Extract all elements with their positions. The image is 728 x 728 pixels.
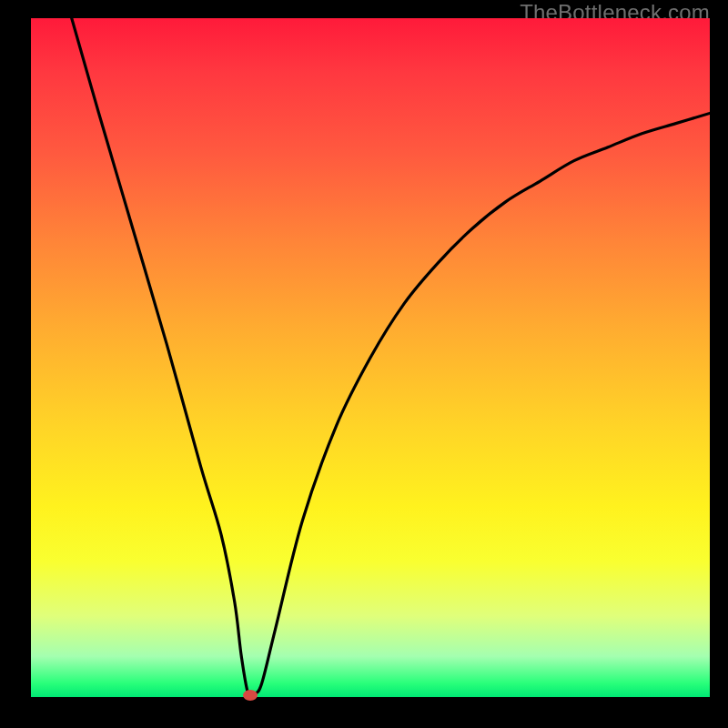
- optimum-marker: [243, 690, 258, 701]
- chart-container: TheBottleneck.com: [0, 0, 728, 728]
- bottleneck-curve-path: [72, 18, 710, 697]
- plot-area: [31, 18, 710, 697]
- curve-svg: [31, 18, 710, 697]
